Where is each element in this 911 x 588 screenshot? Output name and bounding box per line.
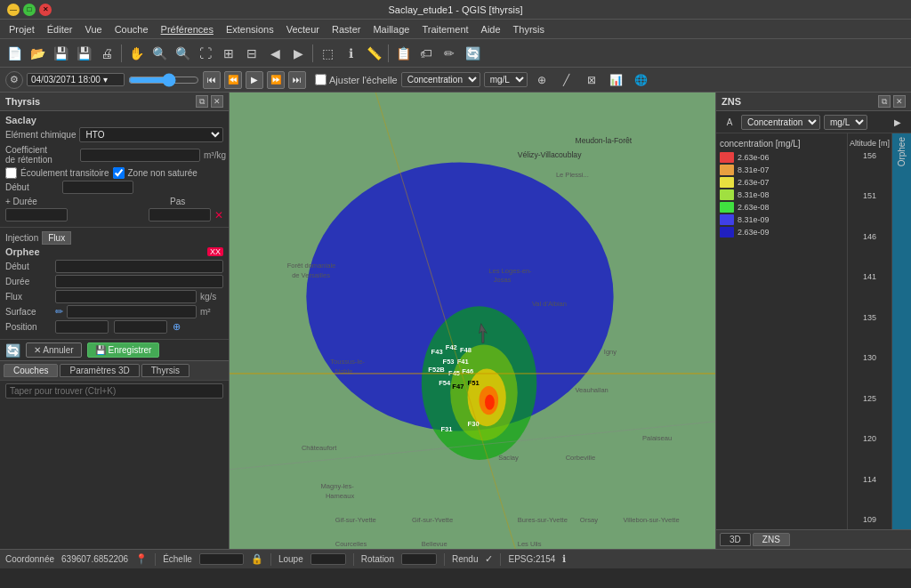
search-input[interactable] — [5, 383, 223, 399]
menu-raster[interactable]: Raster — [327, 22, 366, 36]
svg-text:F52B: F52B — [428, 366, 445, 374]
menu-vecteur[interactable]: Vecteur — [281, 22, 325, 36]
prev-view-button[interactable]: ◀ — [264, 43, 286, 64]
loupe-input[interactable]: 100% — [310, 553, 346, 565]
rotation-input[interactable]: 0,0 ° — [401, 553, 437, 565]
ecoulement-checkbox[interactable] — [5, 167, 17, 179]
element-row: Elément chimique HTO — [5, 127, 223, 142]
alt-values: 156 151 146 141 135 130 125 120 114 109 — [863, 151, 876, 524]
menu-couche[interactable]: Couche — [109, 22, 154, 36]
coeff-input[interactable]: 0.0 — [80, 149, 200, 162]
menu-vue[interactable]: Vue — [80, 22, 108, 36]
element-select[interactable]: HTO — [79, 127, 223, 142]
menu-maillage[interactable]: Maillage — [367, 22, 415, 36]
attribute-button[interactable]: 📋 — [392, 43, 414, 64]
play-button[interactable]: ▶ — [246, 71, 263, 89]
datetime-display[interactable]: 04/03/2071 18:00 ▾ — [27, 73, 125, 86]
save-as-button[interactable]: 💾 — [73, 43, 94, 64]
orphee-surface-input[interactable]: 49.679342160507176 — [67, 305, 197, 318]
zone-sat-checkbox[interactable] — [113, 167, 125, 179]
zns-close-button[interactable]: ✕ — [893, 95, 906, 108]
delete-orphee-button[interactable]: XX — [207, 247, 223, 256]
search-bar — [0, 380, 229, 401]
zoom-layer-button[interactable]: ⊞ — [218, 43, 239, 64]
polygon-button[interactable]: ⊠ — [581, 69, 602, 91]
surface-edit-icon[interactable]: ✏ — [55, 306, 63, 318]
open-button[interactable]: 📂 — [27, 43, 48, 64]
unit-select[interactable]: mg/L — [484, 72, 528, 87]
thyrsis-tab[interactable]: Thyrsis — [141, 364, 189, 377]
skip-start-button[interactable]: ⏮ — [203, 71, 221, 89]
map-area[interactable]: F43 F42 F48 F41 F53 F52B F45 F46 F54 F47… — [230, 93, 715, 549]
panel-float-button[interactable]: ⧉ — [196, 95, 208, 108]
zoom-selection-button[interactable]: ⊟ — [241, 43, 262, 64]
identify-button[interactable]: ℹ — [340, 43, 361, 64]
loupe-label: Loupe — [278, 554, 303, 564]
sync-icon[interactable]: 🔄 — [5, 343, 20, 358]
menu-extensions[interactable]: Extensions — [221, 22, 279, 36]
pas-input[interactable]: 1 an — [149, 208, 211, 222]
crosshair-button[interactable]: ⊕ — [531, 69, 552, 91]
position-y-input[interactable]: 941246959 — [114, 320, 167, 334]
menu-aide[interactable]: Aide — [476, 22, 506, 36]
pan-button[interactable]: ✋ — [125, 43, 147, 64]
panel-close-button[interactable]: ✕ — [211, 95, 223, 108]
menu-traitement[interactable]: Traitement — [416, 22, 473, 36]
new-project-button[interactable]: 📄 — [4, 43, 25, 64]
couches-tab[interactable]: Couches — [4, 364, 58, 377]
minimize-button[interactable]: — — [7, 4, 20, 16]
save-button[interactable]: 💾 Enregistrer — [87, 342, 160, 358]
chart-button[interactable]: 📊 — [606, 69, 627, 91]
zns-variable-select[interactable]: Concentration — [741, 115, 820, 130]
menu-thyrsis[interactable]: Thyrsis — [508, 22, 550, 36]
settings-button[interactable]: ⚙ — [5, 71, 23, 89]
select-button[interactable]: ⬚ — [317, 43, 338, 64]
prev-step-button[interactable]: ⏪ — [224, 71, 242, 89]
duree-input[interactable]: 100 an — [5, 208, 68, 222]
print-button[interactable]: 🖨 — [96, 43, 117, 64]
location-icon[interactable]: ⊕ — [173, 321, 181, 333]
next-step-button[interactable]: ⏩ — [267, 71, 285, 89]
ecoulement-label[interactable]: Écoulement transitoire — [20, 168, 109, 178]
orphee-debut-input[interactable]: 06/03/2020 — [55, 260, 223, 273]
ajuster-label[interactable]: Ajuster l'échelle — [315, 74, 398, 85]
menu-projet[interactable]: Projet — [4, 22, 40, 36]
zoom-in-button[interactable]: 🔍 — [149, 43, 170, 64]
label-button[interactable]: 🏷 — [415, 43, 437, 64]
flux-tab-button[interactable]: Flux — [42, 231, 71, 245]
variable-select[interactable]: Concentration — [401, 72, 480, 87]
zns-tool-button[interactable]: A — [722, 114, 738, 130]
debut-input[interactable]: 04/03/2020 — [62, 181, 133, 194]
skip-end-button[interactable]: ⏭ — [288, 71, 306, 89]
3d-tab[interactable]: 3D — [720, 533, 751, 546]
svg-text:Corbeville: Corbeville — [566, 454, 596, 462]
digitize-button[interactable]: ✏ — [439, 43, 460, 64]
zns-float-button[interactable]: ⧉ — [878, 95, 891, 108]
ajuster-checkbox[interactable] — [315, 74, 327, 85]
zns-unit-select[interactable]: mg/L — [824, 115, 867, 130]
menu-preferences[interactable]: Préférences — [156, 22, 219, 36]
line-button[interactable]: ╱ — [556, 69, 577, 91]
window-title: Saclay_etude1 - QGIS [thyrsis] — [60, 4, 851, 15]
orphee-flux-input[interactable]: 9.8e-09 — [55, 290, 197, 303]
menu-editer[interactable]: Éditer — [42, 22, 78, 36]
zoom-full-button[interactable]: ⛶ — [195, 43, 216, 64]
scale-input[interactable]: 1:75372 — [199, 553, 244, 565]
close-button[interactable]: ✕ — [39, 4, 52, 16]
cancel-button[interactable]: ✕ Annuler — [26, 342, 82, 358]
zone-sat-label[interactable]: Zone non saturée — [128, 168, 198, 178]
measure-button[interactable]: 📏 — [363, 43, 384, 64]
zns-expand-button[interactable]: ▶ — [890, 114, 906, 130]
position-x-input[interactable]: 715116878 — [55, 320, 109, 334]
delete-icon[interactable]: ✕ — [214, 209, 223, 222]
globe-button[interactable]: 🌐 — [631, 69, 652, 91]
refresh-button[interactable]: 🔄 — [462, 43, 483, 64]
next-view-button[interactable]: ▶ — [287, 43, 309, 64]
zoom-out-button[interactable]: 🔍 — [172, 43, 193, 64]
timeline-slider[interactable] — [128, 73, 199, 87]
save-button[interactable]: 💾 — [50, 43, 71, 64]
orphee-duree-input[interactable]: 0.00021 an — [55, 275, 223, 288]
params3d-tab[interactable]: Paramètres 3D — [60, 364, 139, 377]
maximize-button[interactable]: □ — [23, 4, 36, 16]
zns-tab[interactable]: ZNS — [753, 533, 790, 546]
